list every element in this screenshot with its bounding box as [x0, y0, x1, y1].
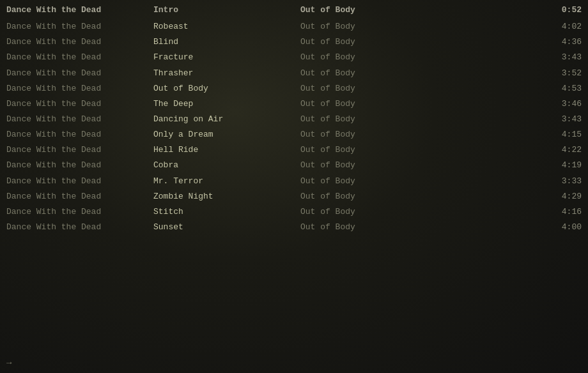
track-artist: Dance With the Dead [6, 221, 153, 234]
table-row[interactable]: Dance With the DeadHell RideOut of Body4… [0, 142, 588, 158]
track-album: Out of Body [300, 67, 428, 80]
track-duration: 4:00 [428, 221, 582, 234]
track-duration: 4:22 [428, 144, 582, 156]
track-title: Robeast [153, 20, 300, 33]
track-album: Out of Body [300, 20, 428, 33]
track-artist: Dance With the Dead [6, 20, 153, 33]
track-title: Mr. Terror [153, 175, 300, 188]
table-row[interactable]: Dance With the DeadOnly a DreamOut of Bo… [0, 127, 588, 142]
track-title: Thrasher [153, 67, 300, 80]
track-title: Sunset [153, 221, 300, 234]
track-duration: 4:16 [428, 206, 582, 218]
track-artist: Dance With the Dead [6, 36, 153, 49]
track-title: Only a Dream [153, 128, 300, 141]
track-duration: 4:02 [428, 20, 582, 33]
table-row[interactable]: Dance With the DeadStitchOut of Body4:16 [0, 204, 588, 220]
track-duration: 3:43 [428, 51, 582, 64]
track-title: Hell Ride [153, 144, 300, 156]
track-duration: 4:53 [428, 82, 582, 95]
track-album: Out of Body [300, 190, 428, 203]
arrow-indicator: → [6, 358, 12, 368]
track-artist: Dance With the Dead [6, 113, 153, 126]
track-album: Out of Body [300, 159, 428, 172]
track-album: Out of Body [300, 175, 428, 188]
track-artist: Dance With the Dead [6, 51, 153, 64]
table-row[interactable]: Dance With the DeadZombie NightOut of Bo… [0, 189, 588, 204]
track-album: Out of Body [300, 82, 428, 95]
track-album: Out of Body [300, 144, 428, 156]
table-row[interactable]: Dance With the DeadBlindOut of Body4:36 [0, 34, 588, 50]
track-duration: 3:52 [428, 67, 582, 80]
track-album: Out of Body [300, 221, 428, 234]
track-album: Out of Body [300, 128, 428, 141]
track-artist: Dance With the Dead [6, 144, 153, 156]
track-title: Zombie Night [153, 190, 300, 203]
header-time: 0:52 [428, 4, 582, 17]
header-title: Intro [153, 4, 300, 17]
track-list-header: Dance With the Dead Intro Out of Body 0:… [0, 3, 588, 19]
track-title: Blind [153, 36, 300, 49]
table-row[interactable]: Dance With the DeadSunsetOut of Body4:00 [0, 220, 588, 235]
track-duration: 4:36 [428, 36, 582, 49]
track-title: Out of Body [153, 82, 300, 95]
track-artist: Dance With the Dead [6, 190, 153, 203]
track-album: Out of Body [300, 206, 428, 218]
track-list: Dance With the Dead Intro Out of Body 0:… [0, 0, 588, 238]
track-duration: 3:33 [428, 175, 582, 188]
track-artist: Dance With the Dead [6, 82, 153, 95]
track-album: Out of Body [300, 36, 428, 49]
track-duration: 3:43 [428, 113, 582, 126]
track-artist: Dance With the Dead [6, 159, 153, 172]
track-duration: 4:15 [428, 128, 582, 141]
track-duration: 4:19 [428, 159, 582, 172]
table-row[interactable]: Dance With the DeadFractureOut of Body3:… [0, 50, 588, 65]
track-album: Out of Body [300, 51, 428, 64]
track-artist: Dance With the Dead [6, 206, 153, 218]
table-row[interactable]: Dance With the DeadRobeastOut of Body4:0… [0, 19, 588, 34]
header-artist: Dance With the Dead [6, 4, 153, 17]
table-row[interactable]: Dance With the DeadOut of BodyOut of Bod… [0, 81, 588, 96]
table-row[interactable]: Dance With the DeadThe DeepOut of Body3:… [0, 96, 588, 112]
track-artist: Dance With the Dead [6, 98, 153, 110]
track-duration: 4:29 [428, 190, 582, 203]
table-row[interactable]: Dance With the DeadMr. TerrorOut of Body… [0, 174, 588, 189]
track-artist: Dance With the Dead [6, 128, 153, 141]
track-title: Cobra [153, 159, 300, 172]
track-title: Stitch [153, 206, 300, 218]
table-row[interactable]: Dance With the DeadThrasherOut of Body3:… [0, 66, 588, 81]
table-row[interactable]: Dance With the DeadDancing on AirOut of … [0, 112, 588, 127]
track-title: Dancing on Air [153, 113, 300, 126]
track-album: Out of Body [300, 113, 428, 126]
header-album: Out of Body [300, 4, 428, 17]
track-title: Fracture [153, 51, 300, 64]
track-title: The Deep [153, 98, 300, 110]
track-artist: Dance With the Dead [6, 67, 153, 80]
track-duration: 3:46 [428, 98, 582, 110]
track-artist: Dance With the Dead [6, 175, 153, 188]
table-row[interactable]: Dance With the DeadCobraOut of Body4:19 [0, 158, 588, 173]
track-album: Out of Body [300, 98, 428, 110]
